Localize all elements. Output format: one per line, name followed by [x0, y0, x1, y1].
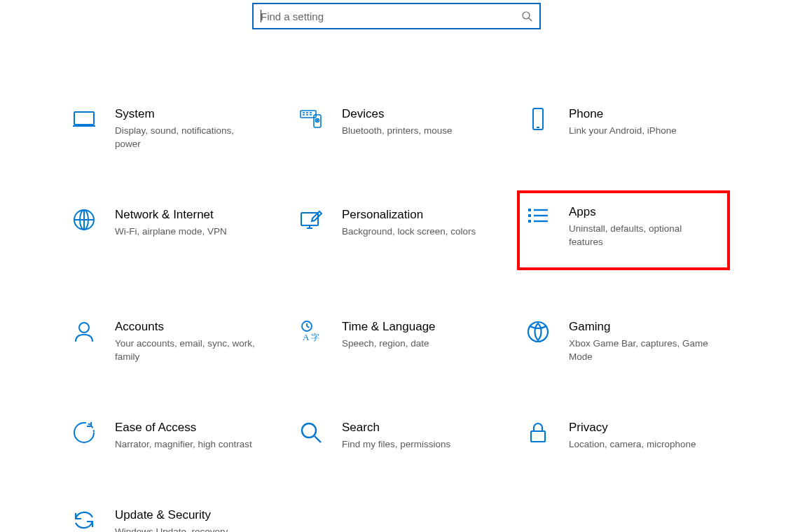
network-icon — [71, 207, 97, 232]
tile-title: Phone — [569, 106, 715, 122]
tile-update-security[interactable]: Update & Security Windows Update, recove… — [63, 500, 276, 532]
tile-desc: Background, lock screen, colors — [342, 225, 488, 239]
tile-privacy[interactable]: Privacy Location, camera, microphone — [517, 413, 730, 458]
tile-desc: Narrator, magnifier, high contrast — [115, 438, 261, 451]
tile-personalization[interactable]: Personalization Background, lock screen,… — [290, 200, 503, 270]
tile-desc: Bluetooth, printers, mouse — [342, 125, 488, 138]
update-security-icon — [71, 507, 97, 532]
svg-point-29 — [79, 323, 89, 332]
tile-desc: Your accounts, email, sync, work, family — [115, 337, 261, 364]
tile-title: Gaming — [569, 319, 715, 335]
tile-desc: Xbox Game Bar, captures, Game Mode — [569, 337, 715, 364]
devices-icon — [298, 106, 324, 132]
tile-title: Apps — [569, 204, 715, 220]
svg-line-1 — [529, 18, 532, 21]
svg-line-32 — [307, 326, 310, 328]
tile-desc: Speech, region, date — [342, 337, 488, 351]
tile-title: Time & Language — [342, 319, 488, 335]
tile-title: Personalization — [342, 207, 488, 223]
apps-icon — [525, 204, 551, 230]
text-caret — [261, 10, 261, 22]
tile-title: System — [115, 106, 261, 122]
svg-rect-38 — [531, 431, 545, 442]
svg-rect-25 — [528, 220, 531, 223]
tile-desc: Wi-Fi, airplane mode, VPN — [115, 225, 261, 239]
svg-text:A: A — [303, 332, 310, 342]
svg-rect-23 — [528, 209, 531, 211]
svg-rect-2 — [74, 112, 94, 125]
phone-icon — [525, 106, 551, 132]
svg-point-36 — [302, 424, 316, 438]
accounts-icon — [71, 319, 97, 344]
tile-title: Update & Security — [115, 507, 261, 523]
settings-grid: System Display, sound, notifications, po… — [0, 29, 793, 532]
svg-text:字: 字 — [311, 332, 319, 342]
tile-desc: Windows Update, recovery, backup — [115, 526, 261, 532]
svg-point-0 — [523, 12, 530, 19]
time-language-icon: A 字 — [298, 319, 324, 344]
tile-title: Search — [342, 420, 488, 435]
search-box[interactable] — [252, 3, 541, 29]
tile-desc: Link your Android, iPhone — [569, 125, 715, 138]
svg-line-37 — [315, 436, 321, 442]
tile-search[interactable]: Search Find my files, permissions — [290, 413, 503, 458]
tile-desc: Find my files, permissions — [342, 438, 488, 451]
tile-accounts[interactable]: Accounts Your accounts, email, sync, wor… — [63, 312, 276, 371]
search-icon — [521, 10, 532, 22]
tile-desc: Uninstall, defaults, optional features — [569, 223, 715, 249]
tile-phone[interactable]: Phone Link your Android, iPhone — [517, 99, 730, 158]
search-tile-icon — [298, 420, 324, 445]
tile-title: Network & Internet — [115, 207, 261, 223]
personalization-icon — [298, 207, 324, 232]
tile-network[interactable]: Network & Internet Wi-Fi, airplane mode,… — [63, 200, 276, 270]
privacy-icon — [525, 420, 551, 445]
tile-system[interactable]: System Display, sound, notifications, po… — [63, 99, 276, 158]
system-icon — [71, 106, 97, 132]
svg-point-13 — [317, 120, 317, 120]
tile-gaming[interactable]: Gaming Xbox Game Bar, captures, Game Mod… — [517, 312, 730, 371]
tile-title: Devices — [342, 106, 488, 122]
ease-of-access-icon — [71, 420, 97, 445]
svg-rect-14 — [533, 108, 543, 130]
tile-title: Ease of Access — [115, 420, 261, 435]
tile-devices[interactable]: Devices Bluetooth, printers, mouse — [290, 99, 503, 158]
tile-time-language[interactable]: A 字 Time & Language Speech, region, date — [290, 312, 503, 371]
tile-title: Privacy — [569, 420, 715, 435]
tile-desc: Display, sound, notifications, power — [115, 125, 261, 151]
gaming-icon — [525, 319, 551, 344]
svg-point-35 — [528, 322, 548, 342]
search-input[interactable] — [261, 10, 521, 22]
tile-title: Accounts — [115, 319, 261, 335]
svg-rect-24 — [528, 214, 531, 217]
tile-apps[interactable]: Apps Uninstall, defaults, optional featu… — [517, 190, 730, 270]
tile-desc: Location, camera, microphone — [569, 438, 715, 451]
tile-ease-of-access[interactable]: Ease of Access Narrator, magnifier, high… — [63, 413, 276, 458]
